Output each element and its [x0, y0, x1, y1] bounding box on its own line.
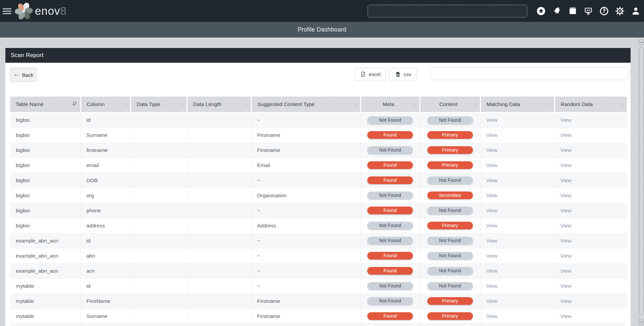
meta-status-badge: Not Found	[367, 297, 413, 305]
cell-meta: Found	[361, 248, 420, 263]
view-matching-data-link[interactable]: View	[486, 162, 497, 168]
enov8-logo-icon[interactable]: enov8	[15, 2, 67, 20]
scrollbar-up-button[interactable]: ▲	[639, 39, 644, 45]
column-header-content[interactable]: Content↓↑	[420, 97, 480, 112]
content-status-badge: Not Found	[427, 237, 473, 245]
view-random-data-link[interactable]: View	[560, 208, 572, 213]
view-matching-data-link[interactable]: View	[486, 253, 497, 259]
column-header-label: Random Data	[561, 101, 593, 107]
view-random-data-link[interactable]: View	[560, 268, 572, 274]
column-header-column[interactable]: Column↓↑	[80, 97, 130, 112]
svg-text:x: x	[362, 73, 364, 76]
column-header-label: Data Type	[137, 101, 160, 107]
cell-data-length	[187, 248, 251, 263]
cell-content: Not Found	[420, 203, 480, 218]
view-matching-data-link[interactable]: View	[486, 283, 497, 289]
view-matching-data-link[interactable]: View	[486, 298, 497, 304]
cell-column: address	[80, 218, 130, 233]
menu-hamburger-icon[interactable]	[3, 7, 11, 15]
cell-suggested-content-type: ~	[251, 263, 361, 278]
meta-status-badge: Found	[367, 131, 413, 139]
table-row: example_abn_acnid~Not FoundNot FoundView…	[10, 233, 627, 248]
view-matching-data-link[interactable]: View	[486, 223, 497, 228]
meta-status-badge: Not Found	[367, 282, 413, 290]
view-matching-data-link[interactable]: View	[486, 193, 497, 198]
sort-both-icon[interactable]: ↓↑	[548, 101, 552, 107]
cell-data-type	[130, 188, 187, 203]
help-question-icon[interactable]: ?	[599, 6, 609, 16]
scan-report-panel: Scan Report ← Back x excel CSV csv Table…	[5, 48, 631, 326]
sort-active-icon[interactable]	[72, 101, 78, 108]
column-header-random-data[interactable]: Random Data↓↑	[554, 97, 627, 112]
back-button[interactable]: ← Back	[10, 68, 37, 82]
cell-data-length	[187, 263, 251, 278]
view-matching-data-link[interactable]: View	[486, 147, 497, 153]
view-matching-data-link[interactable]: View	[486, 117, 497, 123]
column-header-table-name[interactable]: Table Name	[10, 97, 80, 112]
content-status-badge: Primary	[427, 161, 473, 169]
scrollbar-down-button[interactable]: ▼	[639, 319, 644, 325]
sort-both-icon[interactable]: ↓↑	[245, 101, 249, 107]
star-circle-icon[interactable]	[536, 6, 546, 16]
scrollbar-thumb[interactable]	[639, 47, 644, 315]
view-random-data-link[interactable]: View	[560, 132, 572, 138]
export-excel-button[interactable]: x excel	[355, 68, 386, 81]
meta-status-badge: Not Found	[367, 116, 413, 124]
view-random-data-link[interactable]: View	[560, 253, 572, 259]
back-arrow-icon: ←	[13, 71, 20, 78]
view-random-data-link[interactable]: View	[560, 117, 572, 123]
cell-meta: Not Found	[361, 143, 420, 158]
view-random-data-link[interactable]: View	[560, 238, 572, 243]
view-matching-data-link[interactable]: View	[486, 132, 497, 138]
export-csv-button[interactable]: CSV csv	[389, 68, 417, 81]
sort-both-icon[interactable]: ↓↑	[413, 101, 417, 107]
cell-random-data: View	[554, 143, 627, 158]
view-matching-data-link[interactable]: View	[486, 208, 497, 213]
view-random-data-link[interactable]: View	[560, 223, 572, 228]
sort-both-icon[interactable]: ↓↑	[180, 101, 184, 107]
view-matching-data-link[interactable]: View	[486, 268, 497, 274]
table-row-partial	[10, 324, 627, 326]
presentation-board-icon[interactable]	[584, 6, 593, 16]
view-random-data-link[interactable]: View	[560, 177, 572, 183]
calendar-icon[interactable]	[568, 6, 577, 16]
column-header-suggested-content-type[interactable]: Suggested Content Type↓↑	[251, 97, 361, 112]
view-random-data-link[interactable]: View	[560, 147, 572, 153]
cell-matching-data: View	[480, 293, 554, 309]
settings-gear-icon[interactable]	[615, 6, 625, 16]
cell-table-name: bigboi	[10, 158, 80, 173]
cell-data-length	[187, 309, 251, 324]
user-profile-icon[interactable]	[631, 6, 640, 16]
sort-both-icon[interactable]: ↓↑	[124, 101, 128, 107]
table-row: bigboiorgOrganisationNot FoundSecondaryV…	[10, 188, 627, 203]
table-row: bigboiDOB~FoundNot FoundViewView	[10, 173, 627, 188]
column-header-label: Table Name	[16, 101, 44, 107]
notifications-bell-icon[interactable]	[552, 6, 561, 16]
view-matching-data-link[interactable]: View	[486, 313, 497, 319]
view-random-data-link[interactable]: View	[560, 162, 572, 168]
meta-status-badge: Not Found	[367, 146, 413, 154]
cell-suggested-content-type: ~	[251, 248, 361, 263]
cell-data-length	[187, 278, 251, 293]
sort-both-icon[interactable]: ↓↑	[354, 101, 358, 107]
view-random-data-link[interactable]: View	[560, 193, 572, 198]
view-random-data-link[interactable]: View	[560, 298, 572, 304]
cell-suggested-content-type: ~	[251, 203, 361, 218]
view-matching-data-link[interactable]: View	[486, 238, 497, 243]
column-header-data-type[interactable]: Data Type↓↑	[130, 97, 187, 112]
table-filter-input[interactable]	[430, 67, 630, 80]
view-random-data-link[interactable]: View	[560, 283, 572, 289]
view-random-data-link[interactable]: View	[560, 313, 572, 319]
view-matching-data-link[interactable]: View	[486, 177, 497, 183]
cell-meta: Found	[361, 127, 420, 143]
global-search-input[interactable]	[368, 5, 527, 17]
cell-column: Surname	[80, 309, 130, 324]
sort-both-icon[interactable]: ↓↑	[474, 101, 478, 107]
cell-matching-data: View	[480, 127, 554, 143]
column-header-meta[interactable]: Meta↓↑	[361, 97, 420, 112]
column-header-data-length[interactable]: Data Length↓↑	[187, 97, 251, 112]
column-header-matching-data[interactable]: Matching Data↓↑	[480, 97, 554, 112]
cell-meta: Found	[361, 263, 420, 278]
svg-text:CSV: CSV	[397, 74, 399, 76]
sort-both-icon[interactable]: ↓↑	[621, 101, 625, 107]
